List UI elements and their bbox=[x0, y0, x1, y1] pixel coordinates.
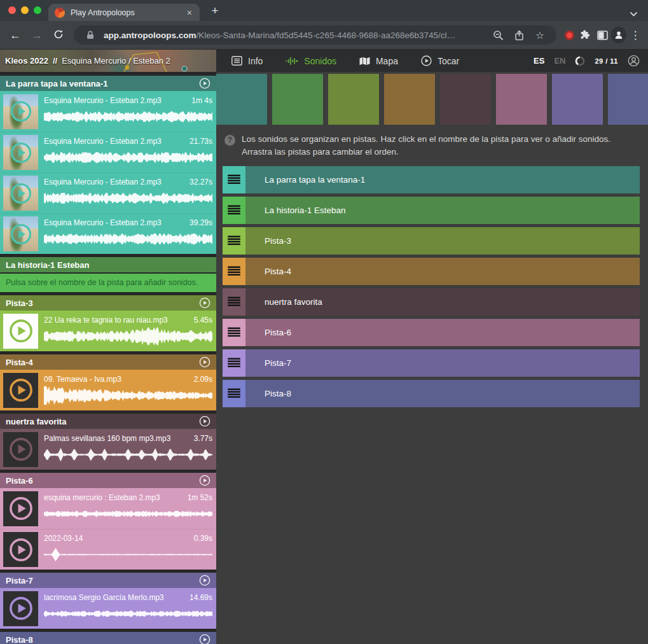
track-list-row[interactable]: Pista-7 bbox=[223, 349, 640, 377]
clip-thumbnail[interactable] bbox=[3, 491, 38, 526]
extensions-puzzle-icon[interactable] bbox=[578, 29, 593, 41]
project-name[interactable]: Kleos 2022 bbox=[5, 56, 48, 66]
sidebar-track-header[interactable]: La historia-1 Esteban bbox=[0, 257, 216, 272]
drag-handle[interactable] bbox=[223, 197, 245, 224]
lang-es-button[interactable]: ES bbox=[534, 56, 544, 66]
sidebar-track-header[interactable]: Pista-7 bbox=[0, 573, 216, 588]
track-color-swatch[interactable] bbox=[608, 74, 648, 125]
clip-row[interactable]: Esquina Mercurio - Esteban 2.mp332.27s bbox=[0, 172, 216, 213]
profile-avatar[interactable] bbox=[611, 27, 626, 43]
track-play-icon[interactable] bbox=[199, 416, 210, 427]
tab-tocar[interactable]: Tocar bbox=[421, 55, 459, 66]
clip-row[interactable]: esquina mercurio : Esteban 2.mp31m 52s bbox=[0, 488, 216, 529]
clip-thumbnail[interactable] bbox=[3, 216, 38, 251]
drag-handle[interactable] bbox=[223, 258, 245, 285]
sidebar-track-header[interactable]: Pista-3 bbox=[0, 295, 216, 311]
maximize-window-button[interactable] bbox=[34, 6, 41, 14]
sidebar-track-header[interactable]: Pista-8 bbox=[0, 632, 216, 644]
track-row-name: La historia-1 Esteban bbox=[265, 206, 346, 215]
tab-sonidos[interactable]: Sonidos bbox=[286, 56, 336, 66]
forward-button[interactable]: → bbox=[27, 30, 47, 41]
clip-play-icon bbox=[10, 223, 32, 246]
track-list-row[interactable]: La historia-1 Esteban bbox=[223, 197, 640, 224]
sidebar-track-header[interactable]: nuertra favorita bbox=[0, 414, 216, 429]
browser-menu-icon[interactable]: ⋮ bbox=[628, 29, 643, 42]
clip-row[interactable]: Palmas sevillanas 160 bpm mp3.mp33.77s bbox=[0, 429, 216, 470]
clip-row[interactable]: lacrimosa Sergio García Merlo.mp314.69s bbox=[0, 588, 216, 629]
track-list-row[interactable]: Pista-6 bbox=[223, 319, 640, 346]
bookmark-star-icon[interactable]: ☆ bbox=[532, 29, 548, 41]
clip-thumbnail[interactable] bbox=[3, 432, 38, 467]
drag-handle[interactable] bbox=[223, 166, 245, 193]
track-color-swatch[interactable] bbox=[440, 74, 491, 125]
clip-row[interactable]: 22 Ua reka te tagnia to rau niau.mp35.45… bbox=[0, 311, 216, 351]
lang-en-button[interactable]: EN bbox=[554, 56, 565, 66]
clip-thumbnail[interactable] bbox=[3, 176, 38, 211]
breadcrumb[interactable]: Kleos 2022 // Esquina Mercurio / Esteban… bbox=[0, 50, 216, 72]
track-list-row[interactable]: nuertra favorita bbox=[223, 288, 640, 316]
tab-close-icon[interactable]: × bbox=[186, 7, 193, 18]
sidebar-track-header[interactable]: La parra tapa la ventana-1 bbox=[0, 76, 216, 91]
drag-handle-icon bbox=[228, 297, 240, 307]
sidebar-track-header[interactable]: Pista-4 bbox=[0, 354, 216, 370]
sidebar-track-header[interactable]: Pista-6 bbox=[0, 473, 216, 488]
track-name: Pista-7 bbox=[6, 576, 199, 585]
track-play-icon[interactable] bbox=[199, 634, 210, 644]
clip-row[interactable]: Esquina Mercurio - Esteban 2.mp339.29s bbox=[0, 213, 216, 254]
browser-tab[interactable]: Play Antropoloops × bbox=[48, 4, 200, 21]
account-icon[interactable] bbox=[628, 55, 640, 67]
track-play-icon[interactable] bbox=[199, 575, 210, 586]
track-row-name: Pista-4 bbox=[265, 267, 291, 276]
track-play-icon[interactable] bbox=[199, 78, 210, 89]
tab-mapa[interactable]: Mapa bbox=[359, 56, 398, 66]
track-play-icon[interactable] bbox=[199, 356, 210, 368]
share-icon[interactable] bbox=[511, 30, 527, 41]
track-color-swatch[interactable] bbox=[216, 74, 267, 125]
track-color-swatch[interactable] bbox=[328, 74, 379, 125]
close-window-button[interactable] bbox=[8, 6, 16, 14]
question-icon: ? bbox=[224, 135, 235, 146]
clip-row[interactable]: Esquina Mercurio - Esteban 2.mp321.73s bbox=[0, 132, 216, 172]
drag-handle[interactable] bbox=[223, 380, 245, 407]
clip-row[interactable]: 09. Temaeva - Iva.mp32.09s bbox=[0, 370, 216, 410]
track-color-swatch[interactable] bbox=[384, 74, 435, 125]
side-panel-icon[interactable] bbox=[595, 31, 610, 40]
track-play-icon[interactable] bbox=[199, 475, 210, 486]
clip-thumbnail[interactable] bbox=[3, 532, 38, 567]
new-tab-button[interactable]: + bbox=[207, 4, 223, 18]
track-color-swatch[interactable] bbox=[272, 74, 323, 125]
sidebar-track-5: nuertra favorita Palmas sevillanas 160 b… bbox=[0, 414, 216, 470]
clip-row[interactable]: Esquina Mercurio - Esteban 2.mp31m 4s bbox=[0, 91, 216, 132]
track-color-swatch[interactable] bbox=[496, 74, 547, 125]
recording-indicator-icon[interactable] bbox=[562, 31, 577, 40]
breadcrumb-separator: // bbox=[53, 56, 57, 66]
clip-row[interactable]: 2022-03-140.39s bbox=[0, 529, 216, 570]
track-list-row[interactable]: Pista-4 bbox=[223, 258, 640, 285]
clip-thumbnail[interactable] bbox=[3, 591, 38, 626]
track-color-swatch[interactable] bbox=[552, 74, 603, 125]
tab-search-chevron-icon[interactable] bbox=[630, 8, 637, 19]
back-button[interactable]: ← bbox=[5, 30, 25, 41]
sidebar-track-8: Pista-8 bbox=[0, 632, 216, 644]
address-bar[interactable]: app.antropoloops.com/Kleos-Santa-Marina/… bbox=[74, 25, 556, 45]
drag-handle[interactable] bbox=[223, 349, 245, 377]
track-list-row[interactable]: Pista-8 bbox=[223, 380, 640, 407]
track-list-row[interactable]: La parra tapa la ventana-1 bbox=[223, 166, 640, 193]
drag-handle[interactable] bbox=[223, 288, 245, 316]
track-list-row[interactable]: Pista-3 bbox=[223, 227, 640, 255]
reload-button[interactable] bbox=[48, 29, 69, 41]
tab-title: Play Antropoloops bbox=[71, 8, 180, 17]
drag-handle[interactable] bbox=[223, 319, 245, 346]
track-play-icon[interactable] bbox=[199, 297, 210, 309]
sidebar-track-7: Pista-7 lacrimosa Sergio García Merlo.mp… bbox=[0, 573, 216, 629]
clip-thumbnail[interactable] bbox=[3, 314, 38, 349]
url-text[interactable]: app.antropoloops.com/Kleos-Santa-Marina/… bbox=[104, 31, 485, 40]
tracks-panel: ? Los sonidos se organizan en pistas. Ha… bbox=[216, 72, 648, 644]
minimize-window-button[interactable] bbox=[21, 6, 29, 14]
zoom-icon[interactable] bbox=[490, 30, 506, 41]
clip-thumbnail[interactable] bbox=[3, 135, 38, 170]
clip-thumbnail[interactable] bbox=[3, 94, 38, 129]
tab-info[interactable]: Info bbox=[231, 56, 263, 66]
drag-handle[interactable] bbox=[223, 227, 245, 255]
clip-thumbnail[interactable] bbox=[3, 373, 38, 408]
